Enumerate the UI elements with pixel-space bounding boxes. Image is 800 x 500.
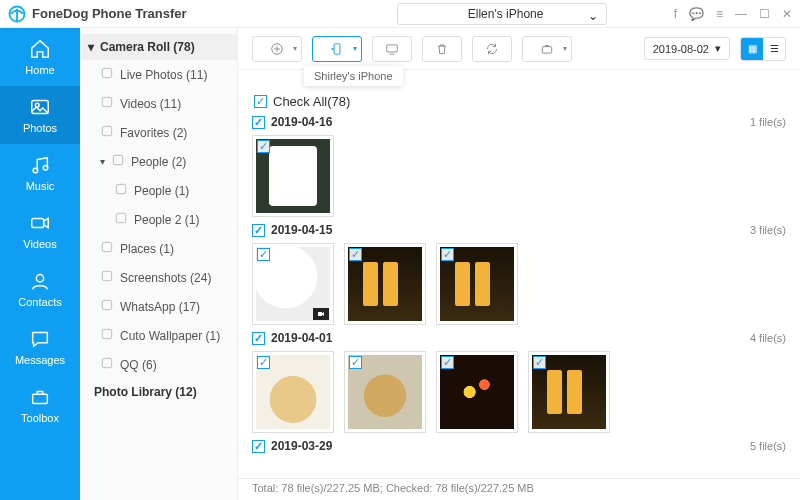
svg-rect-11 [113, 155, 122, 164]
sidebar-item[interactable]: Videos (11) [80, 89, 237, 118]
photo-thumb[interactable]: ✓ [252, 135, 334, 217]
minimize-button[interactable]: — [735, 7, 747, 21]
person-icon [114, 182, 128, 199]
grid-view-button[interactable]: ▦ [741, 38, 763, 60]
device-selector[interactable]: Ellen's iPhone ⌄ [397, 3, 607, 25]
nav-videos[interactable]: Videos [0, 202, 80, 260]
check-all-row[interactable]: ✓ Check All(78) [254, 94, 786, 109]
nav-messages[interactable]: Messages [0, 318, 80, 376]
to-device-button[interactable]: ▾ [312, 36, 362, 62]
group-checkbox[interactable]: ✓ [252, 440, 265, 453]
thumb-checkbox[interactable]: ✓ [441, 356, 454, 369]
sidebar-subitem[interactable]: People 2 (1) [80, 205, 237, 234]
date-group-header[interactable]: ✓2019-03-295 file(s) [252, 439, 786, 453]
thumb-checkbox[interactable]: ✓ [257, 248, 270, 261]
group-count: 3 file(s) [750, 224, 786, 236]
titlebar: FoneDog Phone Transfer Ellen's iPhone ⌄ … [0, 0, 800, 28]
sidebar-item[interactable]: Cuto Wallpaper (1) [80, 321, 237, 350]
date-group-header[interactable]: ✓2019-04-161 file(s) [252, 115, 786, 129]
nav-music[interactable]: Music [0, 144, 80, 202]
nav-photos[interactable]: Photos [0, 86, 80, 144]
toolbox-button[interactable]: ▾ [522, 36, 572, 62]
thumb-checkbox[interactable]: ✓ [441, 248, 454, 261]
message-button[interactable]: 💬 [689, 7, 704, 21]
app-title: FoneDog Phone Transfer [32, 6, 187, 21]
photo-thumb[interactable]: ✓ [344, 243, 426, 325]
svg-rect-12 [116, 184, 125, 193]
svg-rect-22 [542, 46, 551, 52]
status-bar: Total: 78 file(s)/227.25 MB; Checked: 78… [238, 478, 800, 500]
thumb-checkbox[interactable]: ✓ [349, 356, 362, 369]
home-icon [29, 38, 51, 60]
thumb-checkbox[interactable]: ✓ [533, 356, 546, 369]
to-pc-button[interactable] [372, 36, 412, 62]
briefcase-icon [540, 42, 554, 56]
svg-rect-8 [102, 68, 111, 77]
thumb-row: ✓✓✓✓ [252, 351, 786, 433]
close-button[interactable]: ✕ [782, 7, 792, 21]
nav-label: Music [26, 180, 55, 192]
sidebar-item[interactable]: Favorites (2) [80, 118, 237, 147]
sidebar-item[interactable]: QQ (6) [80, 350, 237, 379]
person-icon [114, 211, 128, 228]
people-icon [111, 153, 125, 170]
maximize-button[interactable]: ☐ [759, 7, 770, 21]
photo-thumb[interactable]: ✓ [528, 351, 610, 433]
add-button[interactable]: ▾ [252, 36, 302, 62]
nav-label: Photos [23, 122, 57, 134]
group-checkbox[interactable]: ✓ [252, 116, 265, 129]
window-controls: f 💬 ≡ — ☐ ✕ [674, 7, 792, 21]
svg-point-4 [43, 165, 48, 170]
chevron-down-icon: ⌄ [588, 9, 598, 23]
nav-home[interactable]: Home [0, 28, 80, 86]
check-all-checkbox[interactable]: ✓ [254, 95, 267, 108]
thumb-checkbox[interactable]: ✓ [257, 140, 270, 153]
svg-rect-17 [102, 329, 111, 338]
svg-rect-5 [32, 218, 44, 227]
nav-toolbox[interactable]: Toolbox [0, 376, 80, 434]
nav-label: Toolbox [21, 412, 59, 424]
nav-contacts[interactable]: Contacts [0, 260, 80, 318]
toolbar: ▾ ▾ ▾ 2019-08-02 ▾ [238, 28, 800, 70]
svg-rect-23 [318, 312, 322, 316]
refresh-button[interactable] [472, 36, 512, 62]
date-filter[interactable]: 2019-08-02 ▾ [644, 37, 730, 60]
group-date: 2019-04-16 [271, 115, 332, 129]
sidebar-subitem[interactable]: People (1) [80, 176, 237, 205]
videos-icon [29, 212, 51, 234]
sidebar-photo-library[interactable]: Photo Library (12) [80, 379, 237, 405]
photo-thumb[interactable]: ✓ [252, 243, 334, 325]
photo-thumb[interactable]: ✓ [436, 351, 518, 433]
thumb-checkbox[interactable]: ✓ [349, 248, 362, 261]
group-date: 2019-04-15 [271, 223, 332, 237]
sidebar-item[interactable]: Screenshots (24) [80, 263, 237, 292]
date-group-header[interactable]: ✓2019-04-014 file(s) [252, 331, 786, 345]
menu-button[interactable]: ≡ [716, 7, 723, 21]
sidebar-item[interactable]: WhatsApp (17) [80, 292, 237, 321]
sidebar-item[interactable]: Live Photos (11) [80, 60, 237, 89]
video-badge-icon [313, 308, 329, 320]
thumb-row: ✓ [252, 135, 786, 217]
delete-button[interactable] [422, 36, 462, 62]
photo-thumb[interactable]: ✓ [252, 351, 334, 433]
thumb-row: ✓✓✓ [252, 243, 786, 325]
trash-icon [435, 42, 449, 56]
group-checkbox[interactable]: ✓ [252, 224, 265, 237]
music-icon [29, 154, 51, 176]
chevron-down-icon: ▾ [88, 40, 94, 54]
group-checkbox[interactable]: ✓ [252, 332, 265, 345]
svg-rect-18 [102, 358, 111, 367]
date-group-header[interactable]: ✓2019-04-153 file(s) [252, 223, 786, 237]
thumb-checkbox[interactable]: ✓ [257, 356, 270, 369]
group-count: 1 file(s) [750, 116, 786, 128]
feedback-button[interactable]: f [674, 7, 677, 21]
photo-thumb[interactable]: ✓ [344, 351, 426, 433]
sidebar-header[interactable]: ▾Camera Roll (78) [80, 34, 237, 60]
group-count: 5 file(s) [750, 440, 786, 452]
photo-thumb[interactable]: ✓ [436, 243, 518, 325]
photo-grid: ✓ Check All(78) ✓2019-04-161 file(s)✓✓20… [238, 70, 800, 478]
sidebar-item[interactable]: Places (1) [80, 234, 237, 263]
sparkle-icon [100, 66, 114, 83]
list-view-button[interactable]: ☰ [763, 38, 785, 60]
sidebar-item[interactable]: ▾People (2) [80, 147, 237, 176]
